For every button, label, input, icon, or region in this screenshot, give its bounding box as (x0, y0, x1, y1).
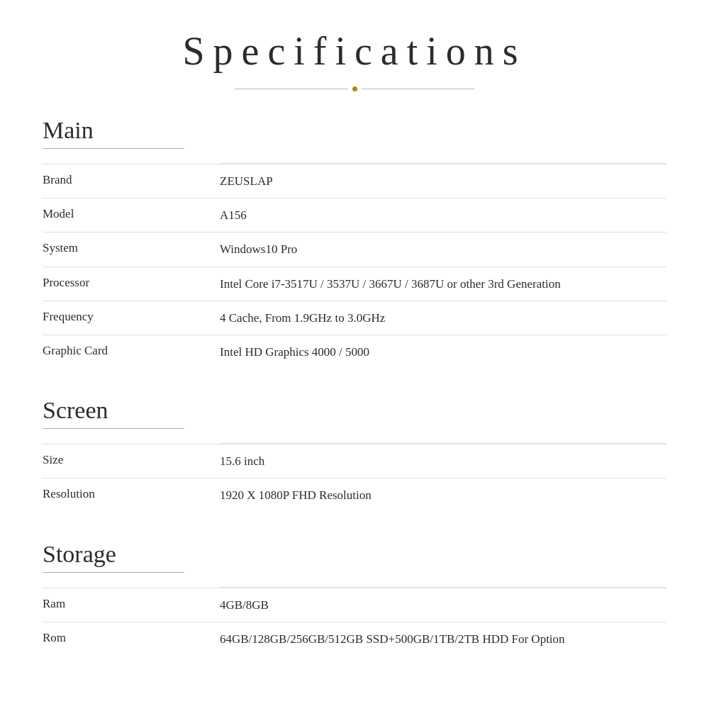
spec-label-screen-0: Size (43, 452, 220, 467)
spec-value-screen-0: 15.6 inch (220, 452, 666, 471)
section-storage: StorageRam4GB/8GBRom64GB/128GB/256GB/512… (43, 541, 666, 656)
spec-row-main-5: Graphic CardIntel HD Graphics 4000 / 500… (43, 335, 666, 369)
spec-value-screen-1: 1920 X 1080P FHD Resolution (220, 486, 666, 505)
divider-dot (352, 86, 357, 91)
spec-value-storage-1: 64GB/128GB/256GB/512GB SSD+500GB/1TB/2TB… (220, 629, 666, 649)
section-underline-storage (43, 572, 184, 573)
spec-label-main-3: Processor (43, 274, 220, 290)
spec-label-main-4: Frequency (43, 308, 220, 324)
spec-label-main-2: System (43, 240, 220, 255)
spec-value-main-5: Intel HD Graphics 4000 / 5000 (220, 342, 666, 362)
spec-value-main-2: Windows10 Pro (220, 240, 666, 259)
divider-line-right (362, 89, 475, 89)
spec-row-main-4: Frequency4 Cache, From 1.9GHz to 3.0GHz (43, 301, 666, 335)
section-underline-screen (43, 428, 184, 429)
spec-value-main-1: A156 (220, 206, 666, 225)
spec-value-main-0: ZEUSLAP (220, 172, 666, 191)
spec-value-storage-0: 4GB/8GB (220, 595, 666, 615)
spec-row-screen-1: Resolution1920 X 1080P FHD Resolution (43, 478, 666, 512)
spec-label-storage-1: Rom (43, 629, 220, 645)
spec-label-storage-0: Ram (43, 595, 220, 611)
spec-label-screen-1: Resolution (43, 486, 220, 501)
spec-value-main-4: 4 Cache, From 1.9GHz to 3.0GHz (220, 308, 666, 327)
section-header-storage: Storage (43, 541, 666, 573)
spec-row-main-0: BrandZEUSLAP (43, 164, 666, 198)
spec-label-main-1: Model (43, 206, 220, 221)
spec-row-main-3: ProcessorIntel Core i7-3517U / 3537U / 3… (43, 267, 666, 301)
spec-row-storage-0: Ram4GB/8GB (43, 588, 666, 622)
spec-value-main-3: Intel Core i7-3517U / 3537U / 3667U / 36… (220, 274, 666, 293)
title-divider (43, 86, 666, 91)
section-title-main: Main (43, 117, 666, 144)
spec-row-main-2: SystemWindows10 Pro (43, 232, 666, 266)
section-header-screen: Screen (43, 397, 666, 429)
spec-label-main-5: Graphic Card (43, 342, 220, 358)
section-screen: ScreenSize15.6 inchResolution1920 X 1080… (43, 397, 666, 512)
divider-line-left (235, 89, 348, 89)
section-header-main: Main (43, 117, 666, 149)
spec-row-storage-1: Rom64GB/128GB/256GB/512GB SSD+500GB/1TB/… (43, 622, 666, 656)
section-underline-main (43, 148, 184, 149)
spec-row-main-1: ModelA156 (43, 198, 666, 232)
section-main: MainBrandZEUSLAPModelA156SystemWindows10… (43, 117, 666, 369)
spec-row-screen-0: Size15.6 inch (43, 444, 666, 478)
page-title: Specifications (43, 28, 666, 74)
section-title-screen: Screen (43, 397, 666, 424)
spec-label-main-0: Brand (43, 172, 220, 187)
section-title-storage: Storage (43, 541, 666, 568)
